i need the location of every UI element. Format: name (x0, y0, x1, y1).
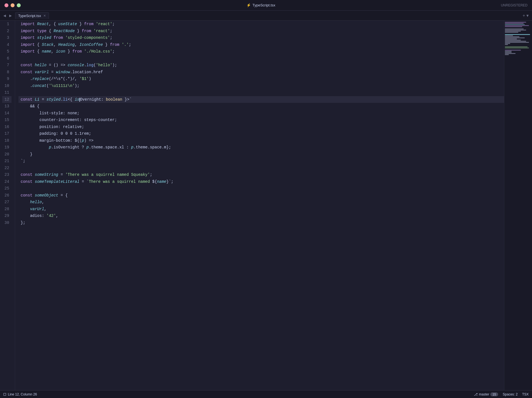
mini-line (505, 26, 522, 27)
line-number: 19 (2, 144, 11, 151)
code-line-25 (18, 185, 504, 192)
line-number: 5 (2, 48, 11, 55)
mini-line (505, 30, 526, 30)
code-line-19: p.isOvernight ? p.theme.space.xl : p.the… (18, 144, 504, 151)
mini-line (505, 36, 519, 37)
code-line-24: const someTemplateLiteral = `There was a… (18, 178, 504, 185)
window-controls (4, 3, 21, 7)
mini-line (505, 46, 528, 47)
line-number: 28 (2, 206, 11, 213)
line-number: 15 (2, 117, 11, 124)
line-number: 11 (2, 89, 11, 96)
tab-back-button[interactable]: ◀ (2, 13, 7, 18)
tab-forward-button[interactable]: ▶ (8, 13, 13, 18)
mini-line (505, 22, 526, 23)
mini-line (505, 29, 524, 29)
add-tab-button[interactable]: + ▾ (521, 13, 530, 18)
line-number: 26 (2, 192, 11, 199)
chevron-down-icon: ▾ (526, 13, 529, 18)
line-number: 20 (2, 151, 11, 158)
code-line-9: .replace(/^\s*(.*)/, '$1') (18, 75, 504, 82)
title-text: TypeScript.tsx (253, 3, 276, 7)
code-line-6 (18, 55, 504, 62)
line-number: 7 (2, 62, 11, 69)
mini-line (505, 25, 529, 26)
mini-line (505, 31, 521, 32)
tab-label: TypeScript.tsx (18, 14, 41, 18)
mini-line (505, 53, 515, 54)
line-number: 6 (2, 55, 11, 62)
editor-container: 1 2 3 4 5 6 7 8 9 10 11 12 13 14 15 16 1… (0, 21, 532, 390)
code-line-29: adios: '42', (18, 212, 504, 219)
add-icon: + (522, 13, 525, 18)
mini-line (505, 34, 530, 35)
code-line-14: list-style: none; (18, 110, 504, 117)
code-line-12: const Li = styled.li<{ isOvernight: bool… (18, 96, 504, 103)
line-number: 3 (2, 34, 11, 41)
code-line-7: const hello = () => console.log('hello')… (18, 62, 504, 69)
line-number: 4 (2, 41, 11, 48)
mini-line (505, 37, 525, 38)
status-bar: Line 12, Column 26 ⎇ master 15 Spaces: 2… (0, 390, 532, 398)
line-number: 18 (2, 137, 11, 144)
code-line-10: .concat('\u1111z\n'); (18, 82, 504, 89)
code-line-22 (18, 165, 504, 172)
branch-name: master (479, 392, 489, 396)
mini-line (505, 52, 512, 53)
line-number: 30 (2, 219, 11, 226)
line-number: 16 (2, 124, 11, 131)
git-branch[interactable]: ⎇ master 15 (474, 392, 498, 396)
mini-line (505, 23, 524, 24)
code-line-20: } (18, 151, 504, 158)
status-indicator (3, 393, 6, 396)
mini-line (505, 43, 510, 44)
line-number: 29 (2, 212, 11, 219)
line-number: 21 (2, 158, 11, 165)
mini-line (505, 32, 518, 33)
line-number: 23 (2, 171, 11, 178)
code-line-18: margin-bottom: ${(p) => (18, 137, 504, 144)
code-line-3: import styled from 'styled-components'; (18, 34, 504, 41)
line-number: 13 (2, 103, 11, 110)
active-tab[interactable]: TypeScript.tsx ✕ (15, 12, 49, 19)
unregistered-label: UNREGISTERED (501, 3, 528, 7)
maximize-button[interactable] (17, 3, 21, 7)
code-line-11 (18, 89, 504, 96)
code-line-1: import React, { useState } from 'react'; (18, 21, 504, 28)
code-line-16: position: relative; (18, 124, 504, 131)
tab-bar: ◀ ▶ TypeScript.tsx ✕ + ▾ (0, 11, 532, 21)
status-right: ⎇ master 15 Spaces: 2 TSX (474, 392, 529, 396)
status-left: Line 12, Column 26 (3, 392, 37, 396)
title-bar: ⚡ TypeScript.tsx UNREGISTERED (0, 0, 532, 11)
code-line-26: const someObject = { (18, 192, 504, 199)
line-number: 8 (2, 69, 11, 76)
code-line-21: `; (18, 158, 504, 165)
mini-line (505, 41, 526, 42)
mini-line (505, 50, 521, 51)
line-number: 1 (2, 21, 11, 28)
code-line-23: const someString = 'There was a squirrel… (18, 171, 504, 178)
code-line-13: && { (18, 103, 504, 110)
code-editor[interactable]: import React, { useState } from 'react';… (15, 21, 504, 390)
close-button[interactable] (4, 3, 8, 7)
mini-line (505, 39, 517, 39)
mini-line (505, 54, 509, 55)
code-line-4: import { Stack, Heading, IconCoffee } fr… (18, 41, 504, 48)
ts-icon: ⚡ (246, 3, 251, 7)
tab-close-button[interactable]: ✕ (43, 14, 46, 18)
line-number: 17 (2, 130, 11, 137)
line-number: 10 (2, 82, 11, 89)
code-line-17: padding: 0 0 0 1.1rem; (18, 130, 504, 137)
code-line-5: import { name, icon } from './Hola.css'; (18, 48, 504, 55)
branch-badge: 15 (490, 392, 498, 396)
line-number: 27 (2, 199, 11, 206)
minimize-button[interactable] (11, 3, 15, 7)
code-line-8: const varUrl = window.location.href (18, 69, 504, 76)
code-line-28: varUrl, (18, 206, 504, 213)
code-line-2: import type { ReactNode } from 'react'; (18, 28, 504, 35)
line-number: 12 (2, 96, 11, 103)
line-number: 2 (2, 28, 11, 35)
line-number: 14 (2, 110, 11, 117)
line-number: 25 (2, 185, 11, 192)
code-line-27: hello, (18, 199, 504, 206)
